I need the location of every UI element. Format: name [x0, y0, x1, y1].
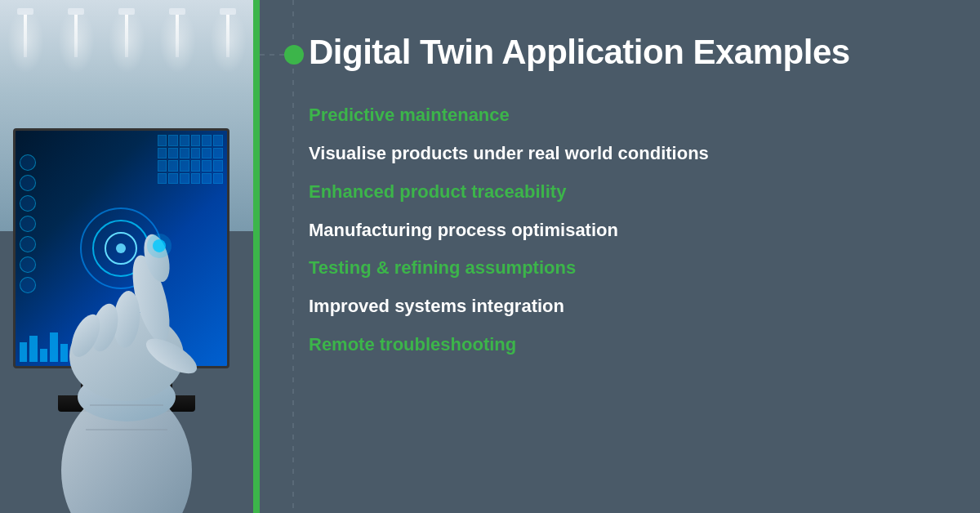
light-4 [176, 8, 179, 57]
list-item-4: Manufacturing process optimisation [309, 212, 931, 250]
light-3 [125, 8, 128, 57]
list-item-3: Enhanced product traceability [309, 173, 931, 212]
list-item-1: Predictive maintenance [309, 96, 931, 135]
list-item-7: Remote troubleshooting [309, 326, 931, 364]
green-dot-decoration [284, 45, 304, 65]
warehouse-lights [0, 8, 253, 57]
page-title: Digital Twin Application Examples [309, 33, 931, 72]
list-item-2: Visualise products under real world cond… [309, 135, 931, 173]
svg-point-12 [147, 234, 172, 258]
right-content-panel: Digital Twin Application Examples Predic… [260, 0, 980, 513]
robot-hand [0, 77, 253, 513]
light-5 [226, 8, 229, 57]
green-divider [253, 0, 260, 513]
dotted-vertical-line [292, 0, 294, 513]
list-item-5: Testing & refining assumptions [309, 249, 931, 288]
light-1 [24, 8, 27, 57]
list-item-6: Improved systems integration [309, 288, 931, 326]
light-2 [74, 8, 78, 57]
page-container: Digital Twin Application Examples Predic… [0, 0, 980, 513]
horizontal-dotted-line [260, 54, 284, 56]
left-image-panel [0, 0, 253, 513]
applications-list: Predictive maintenance Visualise product… [309, 96, 931, 364]
